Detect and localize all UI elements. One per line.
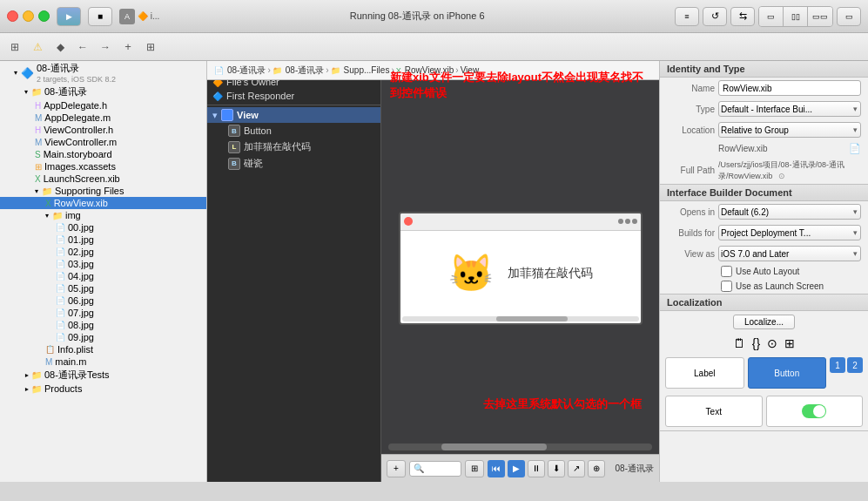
- label-node-label: 加菲猫在敲代码: [244, 140, 311, 153]
- hide-right-panel-btn[interactable]: ▭: [837, 7, 861, 26]
- sidebar-item-appdelegate-m[interactable]: M AppDelegate.m: [0, 112, 206, 124]
- img-expand-icon[interactable]: ▾: [45, 212, 49, 220]
- back-btn[interactable]: ←: [73, 37, 92, 57]
- sidebar-item-supporting-files[interactable]: ▾ 📁 Supporting Files: [0, 185, 206, 197]
- add-file-btn[interactable]: +: [118, 37, 138, 57]
- sidebar-item-09[interactable]: 📄 09.jpg: [0, 331, 206, 343]
- sidebar-item-06[interactable]: 📄 06.jpg: [0, 295, 206, 307]
- sidebar-item-img-folder[interactable]: ▾ 📁 img: [0, 209, 206, 221]
- sidebar-item-08[interactable]: 📄 08.jpg: [0, 319, 206, 331]
- products-expand-icon[interactable]: ▾: [23, 387, 30, 390]
- xib-button-node[interactable]: B Button: [207, 123, 380, 139]
- sidebar-item-07[interactable]: 📄 07.jpg: [0, 307, 206, 319]
- preview-scrollbar[interactable]: [388, 443, 652, 450]
- loc-cell-label[interactable]: Label: [665, 357, 744, 389]
- location-select[interactable]: Relative to Group: [718, 122, 861, 138]
- path-icon: 📄: [849, 143, 861, 154]
- minimize-button[interactable]: [23, 10, 34, 22]
- sidebar-item-05[interactable]: 📄 05.jpg: [0, 282, 206, 295]
- run-button[interactable]: ▶: [57, 7, 81, 26]
- sidebar-item-info-plist[interactable]: 📋 Info.plist: [0, 343, 206, 355]
- xib-button2-node[interactable]: B 碰瓷: [207, 155, 380, 172]
- sidebar-item-04[interactable]: 📄 04.jpg: [0, 270, 206, 282]
- bc-item-2[interactable]: 08-通讯录: [286, 64, 324, 77]
- iphone-scrollbar[interactable]: [402, 316, 639, 322]
- iphone-close-btn[interactable]: [404, 217, 413, 226]
- expand-icon[interactable]: ▾: [14, 69, 17, 77]
- layout-single-btn[interactable]: ▭: [759, 7, 784, 26]
- sidebar-item-project[interactable]: ▾ 🔷 08-通讯录 2 targets, iOS SDK 8.2: [0, 61, 206, 85]
- sidebar-item-00[interactable]: 📄 00.jpg: [0, 221, 206, 234]
- sidebar-item-products[interactable]: ▾ 📁 Products: [0, 383, 206, 395]
- close-button[interactable]: [7, 10, 18, 22]
- sidebar-item-main-m[interactable]: M main.m: [0, 355, 206, 368]
- loc-num-2[interactable]: 2: [847, 357, 863, 373]
- launch-screen-checkbox[interactable]: [721, 281, 732, 292]
- stop-button[interactable]: ■: [88, 7, 112, 26]
- editor-standard-btn[interactable]: ≡: [675, 7, 699, 26]
- sidebar-item-01[interactable]: 📄 01.jpg: [0, 234, 206, 246]
- sf-expand-icon[interactable]: ▾: [35, 187, 38, 195]
- xib-view-node[interactable]: ▾ View: [207, 107, 380, 123]
- group-expand-icon[interactable]: ▾: [24, 88, 28, 96]
- zoom-in-btn[interactable]: +: [387, 460, 406, 477]
- sidebar-item-tests[interactable]: ▾ 📁 08-通讯录Tests: [0, 368, 206, 383]
- type-select[interactable]: Default - Interface Bui...: [718, 101, 861, 117]
- layout-assistant-btn[interactable]: ▭▭: [808, 7, 832, 26]
- navigate-btn[interactable]: ⊕: [588, 460, 605, 477]
- sidebar-item-main-storyboard[interactable]: S Main.storyboard: [0, 148, 206, 160]
- run-title: Running 08-通讯录 on iPhone 6: [350, 10, 485, 23]
- resize-btn[interactable]: ⊞: [465, 460, 484, 477]
- step-btn[interactable]: ⬇: [548, 460, 565, 477]
- sidebar-item-rowview[interactable]: X RowView.xib: [0, 197, 206, 209]
- loc-cell-text[interactable]: Text: [665, 396, 763, 427]
- reveal-icon[interactable]: ⊙: [778, 172, 785, 180]
- loc-icon-doc[interactable]: 🗒: [733, 336, 745, 350]
- breakpoint-btn[interactable]: ◆: [50, 37, 70, 57]
- navigator-toggle[interactable]: ⊞: [5, 37, 24, 57]
- bc-item-1[interactable]: 08-通讯录: [227, 64, 266, 77]
- auto-layout-checkbox[interactable]: [721, 266, 732, 277]
- warning-icon[interactable]: ⚠: [28, 37, 47, 57]
- loc-cell-empty[interactable]: [766, 396, 864, 427]
- back-forward-btn[interactable]: ⇆: [730, 7, 755, 26]
- maximize-button[interactable]: [38, 10, 50, 22]
- loc-icon-grid[interactable]: ⊞: [784, 336, 795, 350]
- grid-btn[interactable]: ⊞: [141, 37, 160, 57]
- sidebar-item-launchscreen[interactable]: X LaunchScreen.xib: [0, 173, 206, 185]
- back-to-start-btn[interactable]: ⏮: [488, 460, 505, 477]
- bc-item-3[interactable]: Supp...Files: [344, 65, 390, 75]
- arrow-btn[interactable]: ↗: [568, 460, 585, 477]
- tree-separator: [207, 105, 380, 105]
- m-file-icon2: M: [35, 138, 42, 147]
- toolbar: ⊞ ⚠ ◆ ← → + ⊞: [0, 33, 868, 61]
- builds-for-select[interactable]: Project Deployment T...: [718, 225, 861, 240]
- sidebar-item-02[interactable]: 📄 02.jpg: [0, 246, 206, 258]
- tests-folder-icon: 📁: [31, 370, 42, 380]
- loc-cell-button[interactable]: Button: [748, 357, 827, 389]
- pause-btn[interactable]: ⏸: [528, 460, 545, 477]
- play-btn[interactable]: ▶: [508, 460, 525, 477]
- opens-in-select[interactable]: Default (6.2): [718, 204, 861, 220]
- loc-num-1[interactable]: 1: [830, 357, 845, 373]
- loc-icon-circle[interactable]: ⊙: [767, 336, 777, 350]
- xib-first-responder[interactable]: 🔷 First Responder: [207, 89, 380, 103]
- tests-expand-icon[interactable]: ▾: [23, 374, 30, 377]
- localize-button[interactable]: Localize...: [733, 315, 795, 329]
- editor-refresh-btn[interactable]: ↺: [703, 7, 727, 26]
- sidebar-item-viewcontroller-h[interactable]: H ViewController.h: [0, 124, 206, 136]
- layout-split-btn[interactable]: ▯▯: [784, 7, 808, 26]
- sidebar-item-03[interactable]: 📄 03.jpg: [0, 258, 206, 270]
- sidebar-item-main-group[interactable]: ▾ 📁 08-通讯录: [0, 85, 206, 99]
- sidebar-item-viewcontroller-m[interactable]: M ViewController.m: [0, 136, 206, 148]
- back-icon: ⏮: [492, 464, 501, 473]
- name-input[interactable]: [718, 80, 861, 96]
- forward-btn[interactable]: →: [96, 37, 115, 57]
- view-as-select[interactable]: iOS 7.0 and Later: [718, 246, 861, 261]
- dot2: [625, 219, 630, 224]
- sidebar-item-images[interactable]: ⊞ Images.xcassets: [0, 160, 206, 173]
- sidebar-item-appdelegate-h[interactable]: H AppDelegate.h: [0, 99, 206, 112]
- xib-label-node[interactable]: L 加菲猫在敲代码: [207, 139, 380, 155]
- loc-icon-code[interactable]: {}: [752, 336, 760, 350]
- path-row: RowView.xib 📄: [660, 140, 868, 157]
